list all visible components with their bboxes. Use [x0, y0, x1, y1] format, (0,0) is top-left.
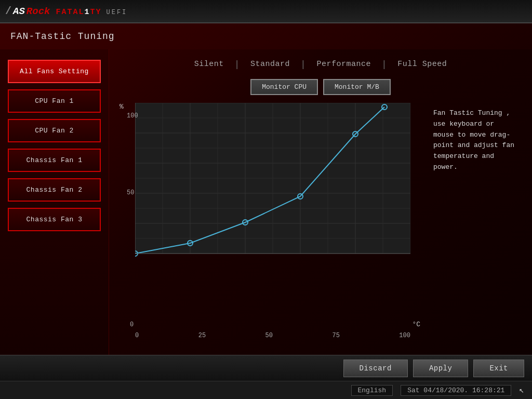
separator-1: |: [234, 59, 240, 70]
chart-area: % 100 50 0: [119, 103, 522, 347]
apply-button[interactable]: Apply: [413, 360, 469, 377]
tab-performance[interactable]: Performance: [306, 57, 381, 71]
right-panel: Silent | Standard | Performance | Full S…: [109, 49, 532, 355]
profile-tabs: Silent | Standard | Performance | Full S…: [119, 57, 522, 71]
separator-2: |: [300, 59, 306, 70]
logo-uefi: UEFI: [106, 9, 127, 16]
page-title: FAN-Tastic Tuning: [10, 31, 115, 42]
chart-info-panel: Fan Tastic Tuning , use keyboard or mous…: [428, 103, 522, 347]
logo-fatal1ty: FATAL1TY: [56, 8, 101, 17]
monitor-cpu-button[interactable]: Monitor CPU: [250, 79, 318, 95]
sidebar-item-chassis-fan1[interactable]: Chassis Fan 1: [8, 149, 101, 172]
datetime-display: Sat 04/18/2020. 16:28:21: [401, 385, 511, 396]
x-axis-labels: 0 25 50 75 100: [135, 332, 410, 339]
x-0: 0: [135, 332, 139, 339]
y-50: 50: [127, 189, 134, 196]
y-0: 0: [130, 321, 134, 328]
language-indicator: English: [351, 385, 393, 396]
logo-rock: Rock: [26, 6, 50, 17]
logo-bracket-left: /: [5, 5, 11, 17]
sidebar-item-chassis-fan3[interactable]: Chassis Fan 3: [8, 208, 101, 231]
chart-svg[interactable]: [135, 103, 410, 264]
mouse-cursor-icon: ↖: [519, 385, 524, 395]
y-100: 100: [127, 112, 138, 119]
x-75: 75: [332, 332, 339, 339]
fan-curve-chart[interactable]: % 100 50 0: [119, 103, 420, 347]
tab-fullspeed[interactable]: Full Speed: [387, 57, 457, 71]
sidebar-item-chassis-fan2[interactable]: Chassis Fan 2: [8, 178, 101, 202]
discard-button[interactable]: Discard: [343, 360, 408, 377]
sidebar-item-cpu-fan2[interactable]: CPU Fan 2: [8, 119, 101, 142]
x-100: 100: [399, 332, 410, 339]
action-bar: Discard Apply Exit: [0, 355, 532, 381]
sidebar: All Fans Setting CPU Fan 1 CPU Fan 2 Cha…: [0, 49, 109, 355]
tab-silent[interactable]: Silent: [184, 57, 234, 71]
tab-standard[interactable]: Standard: [240, 57, 300, 71]
exit-button[interactable]: Exit: [473, 360, 524, 377]
status-bar: English Sat 04/18/2020. 16:28:21 ↖: [0, 381, 532, 399]
info-text: Fan Tastic Tuning , use keyboard or mous…: [433, 109, 514, 171]
asrock-logo: / AS Rock FATAL1TY UEFI: [5, 5, 127, 17]
logo-as: AS: [13, 6, 25, 17]
sidebar-item-cpu-fan1[interactable]: CPU Fan 1: [8, 89, 101, 113]
x-50: 50: [265, 332, 273, 339]
header-bar: / AS Rock FATAL1TY UEFI: [0, 0, 532, 23]
y-axis-label: %: [119, 103, 124, 111]
sidebar-item-all-fans[interactable]: All Fans Setting: [8, 60, 101, 83]
separator-3: |: [381, 59, 387, 70]
monitor-buttons: Monitor CPU Monitor M/B: [119, 79, 522, 95]
x-axis-unit: °C: [412, 321, 420, 328]
x-25: 25: [198, 332, 206, 339]
monitor-mb-button[interactable]: Monitor M/B: [323, 79, 391, 95]
